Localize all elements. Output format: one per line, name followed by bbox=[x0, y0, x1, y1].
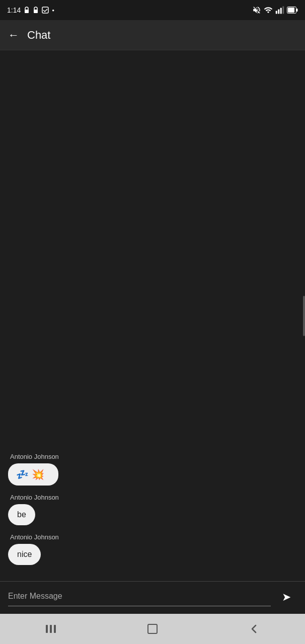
svg-rect-4 bbox=[278, 10, 279, 14]
status-bar: 1:14 ● bbox=[0, 0, 305, 20]
sender-name-1: Antonio Johnson bbox=[8, 453, 59, 460]
svg-rect-13 bbox=[148, 624, 157, 633]
emoji-sleep: 💤 bbox=[16, 468, 29, 480]
svg-rect-2 bbox=[42, 7, 48, 13]
back-button[interactable]: ← bbox=[8, 29, 19, 42]
status-right-icons bbox=[252, 6, 298, 15]
svg-rect-0 bbox=[25, 10, 29, 13]
home-square-icon bbox=[146, 623, 159, 635]
nav-home-button[interactable] bbox=[102, 614, 203, 644]
messages-container: Antonio Johnson 💤 💥 Antonio Johnson be A… bbox=[8, 453, 297, 573]
nav-back-button[interactable] bbox=[203, 614, 305, 644]
nav-menu-button[interactable] bbox=[0, 614, 102, 644]
hamburger-icon bbox=[45, 624, 57, 634]
page-title: Chat bbox=[27, 29, 50, 42]
svg-rect-11 bbox=[50, 625, 52, 633]
check-icon bbox=[42, 7, 49, 14]
battery-icon bbox=[287, 7, 298, 14]
sender-name-2: Antonio Johnson bbox=[8, 494, 59, 501]
chat-area: Antonio Johnson 💤 💥 Antonio Johnson be A… bbox=[0, 50, 305, 581]
dot-indicator: ● bbox=[52, 8, 54, 13]
wifi-icon bbox=[264, 6, 273, 15]
message-bubble-1: 💤 💥 bbox=[8, 463, 58, 486]
svg-rect-9 bbox=[288, 8, 294, 13]
lock-icon-1 bbox=[24, 7, 30, 14]
svg-rect-12 bbox=[54, 625, 56, 633]
scroll-indicator bbox=[303, 296, 305, 336]
svg-rect-10 bbox=[46, 625, 48, 633]
svg-rect-5 bbox=[280, 8, 282, 14]
emoji-explosion: 💥 bbox=[32, 468, 44, 480]
mute-icon bbox=[252, 6, 261, 15]
message-group-1: Antonio Johnson 💤 💥 bbox=[8, 453, 297, 486]
message-bubble-3: nice bbox=[8, 544, 41, 565]
message-group-2: Antonio Johnson be bbox=[8, 494, 297, 525]
message-bubble-2: be bbox=[8, 504, 35, 525]
time-display: 1:14 bbox=[7, 6, 21, 14]
message-input-placeholder[interactable]: Enter Message bbox=[8, 589, 271, 604]
lock-icon-2 bbox=[33, 7, 39, 14]
sender-name-3: Antonio Johnson bbox=[8, 533, 59, 541]
nav-bar bbox=[0, 614, 305, 644]
chevron-left-icon bbox=[249, 623, 259, 635]
send-icon: ➤ bbox=[282, 591, 291, 604]
status-time: 1:14 ● bbox=[7, 6, 54, 14]
svg-rect-8 bbox=[296, 9, 298, 12]
svg-rect-6 bbox=[282, 7, 284, 14]
send-button[interactable]: ➤ bbox=[276, 587, 297, 608]
input-underline bbox=[8, 606, 271, 606]
svg-rect-1 bbox=[34, 10, 38, 13]
signal-icon bbox=[275, 6, 284, 15]
message-input-wrapper[interactable]: Enter Message bbox=[8, 589, 271, 606]
input-area: Enter Message ➤ bbox=[0, 581, 305, 614]
top-bar: ← Chat bbox=[0, 20, 305, 50]
svg-rect-3 bbox=[276, 11, 277, 14]
message-group-3: Antonio Johnson nice bbox=[8, 533, 297, 565]
